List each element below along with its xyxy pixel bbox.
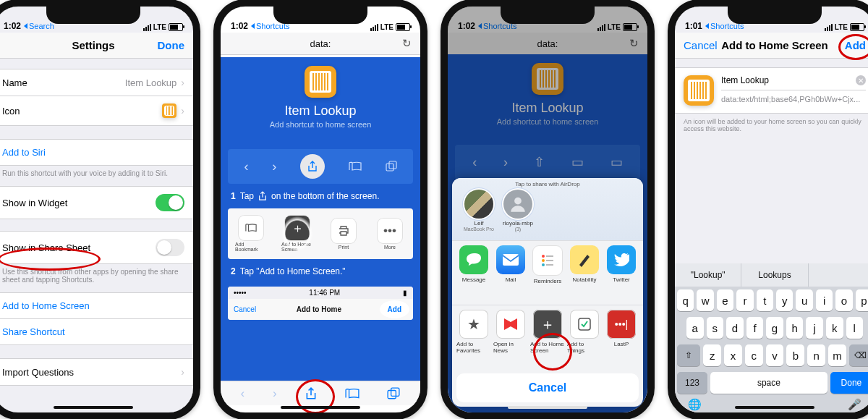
key-row-3: ⇧ z x c v b n m ⌫ (675, 342, 868, 369)
key-x[interactable]: x (724, 344, 742, 366)
suggestion-bar[interactable]: "Lookup" Lookups (675, 263, 868, 287)
cell-label: Icon (2, 106, 20, 117)
key-o[interactable]: o (835, 289, 852, 311)
key-e[interactable]: e (717, 289, 733, 311)
key-123[interactable]: 123 (677, 372, 707, 394)
toggle-sharesheet[interactable] (156, 239, 184, 256)
key-g[interactable]: g (766, 317, 783, 339)
key-t[interactable]: t (757, 289, 773, 311)
cancel-button[interactable]: Cancel (456, 373, 639, 402)
battery-icon (169, 23, 183, 31)
app-reminders[interactable]: Reminders (530, 245, 565, 300)
key-w[interactable]: w (697, 289, 713, 311)
key-c[interactable]: c (745, 344, 763, 366)
key-l[interactable]: l (846, 317, 864, 339)
cell-add-to-home[interactable]: Add to Home Screen (0, 292, 193, 319)
key-space[interactable]: space (710, 372, 827, 394)
svg-rect-0 (386, 164, 393, 171)
app-title: Item Lookup (221, 103, 420, 119)
key-row-1: q w e r t y u i o p (675, 287, 868, 314)
action-favorites[interactable]: ★Add to Favorites (456, 310, 491, 365)
app-message[interactable]: Message (456, 245, 491, 300)
cell-icon[interactable]: Icon › (0, 96, 193, 126)
plus-icon: ＋ (285, 216, 310, 240)
actions-row: ★Add to Favorites Open in News ＋Add to H… (452, 305, 643, 369)
done-button[interactable]: Done (158, 39, 185, 51)
svg-point-4 (514, 198, 522, 205)
key-s[interactable]: s (707, 317, 724, 339)
key-r[interactable]: r (736, 289, 753, 311)
key-backspace[interactable]: ⌫ (849, 344, 868, 366)
key-u[interactable]: u (796, 289, 812, 311)
airdrop-person-generic[interactable]: rloyola-mbp(3) (503, 190, 533, 232)
add-button[interactable]: Add (845, 39, 866, 51)
app-twitter[interactable]: Twitter (604, 245, 639, 300)
tabs-button[interactable] (387, 387, 400, 400)
itemlookup-icon (162, 103, 176, 118)
phone-share-sheet: 1:02 Shortcuts LTE data: ↻ Item Lookup A… (441, 0, 655, 419)
battery-icon (396, 23, 410, 31)
cell-show-in-sharesheet[interactable]: Show in Share Sheet (0, 231, 193, 264)
svg-rect-3 (391, 388, 399, 396)
cell-import-questions[interactable]: Import Questions › (0, 358, 193, 386)
key-i[interactable]: i (816, 289, 833, 311)
key-q[interactable]: q (677, 289, 694, 311)
svg-point-7 (542, 259, 545, 262)
clock: 1:02 (231, 21, 248, 31)
clock: 1:01 (685, 21, 702, 31)
key-k[interactable]: k (826, 317, 843, 339)
phone-settings: 1:02 Search LTE Settings Done Name Item … (0, 0, 200, 419)
suggestion[interactable]: Lookups (741, 263, 807, 287)
note-siri: Run this shortcut with your voice by add… (0, 166, 193, 186)
key-y[interactable]: y (776, 289, 793, 311)
airdrop-hint: Tap to share with AirDrop (452, 181, 643, 187)
chevron-icon: › (181, 77, 184, 88)
key-f[interactable]: f (746, 317, 764, 339)
action-lastpass[interactable]: •••|LastP (604, 310, 639, 365)
clear-icon[interactable]: ✕ (856, 75, 866, 85)
tabs-icon (386, 161, 397, 172)
instruction-row-sharesheet: Add Bookmark ＋Add to Home Screen Print •… (228, 208, 413, 259)
key-a[interactable]: a (686, 317, 704, 339)
itemlookup-icon (684, 75, 714, 106)
mic-icon[interactable]: 🎤 (848, 398, 861, 411)
key-m[interactable]: m (828, 344, 846, 366)
key-done[interactable]: Done (830, 372, 868, 394)
key-z[interactable]: z (703, 344, 721, 366)
cell-share-shortcut[interactable]: Share Shortcut (0, 319, 193, 345)
news-icon (496, 310, 525, 339)
keyboard[interactable]: "Lookup" Lookups q w e r t y u i o p a s… (675, 263, 868, 412)
cell-name[interactable]: Name Item Lookup › (0, 69, 193, 96)
share-button[interactable] (305, 387, 317, 400)
reload-icon[interactable]: ↻ (402, 37, 412, 50)
toggle-widget[interactable] (156, 194, 184, 211)
app-notability[interactable]: Notability (567, 245, 602, 300)
key-h[interactable]: h (786, 317, 804, 339)
demo-cancel: Cancel (234, 305, 256, 313)
cancel-button[interactable]: Cancel (684, 39, 718, 51)
action-add-to-home[interactable]: ＋Add to Home Screen (530, 310, 565, 365)
key-shift[interactable]: ⇧ (677, 344, 700, 366)
back-icon: ‹ (240, 386, 244, 401)
key-d[interactable]: d (726, 317, 744, 339)
key-row-2: a s d f g h j k l (675, 314, 868, 342)
globe-icon[interactable]: 🌐 (688, 398, 702, 411)
key-v[interactable]: v (766, 344, 784, 366)
cell-add-to-siri[interactable]: Add to Siri (0, 139, 193, 166)
airdrop-person-leif[interactable]: LeifMacBook Pro (464, 190, 494, 232)
cell-show-in-widget[interactable]: Show in Widget (0, 186, 193, 219)
suggestion[interactable]: "Lookup" (675, 263, 741, 287)
key-p[interactable]: p (856, 289, 868, 311)
action-things[interactable]: Add to Things (567, 310, 602, 365)
safari-addressbar[interactable]: data: ↻ (221, 33, 420, 55)
apps-row: Message Mail Reminders Notability Twitte… (452, 240, 643, 305)
key-n[interactable]: n (807, 344, 825, 366)
key-j[interactable]: j (806, 317, 823, 339)
action-news[interactable]: Open in News (493, 310, 528, 365)
suggestion[interactable] (808, 263, 868, 287)
app-mail[interactable]: Mail (493, 245, 528, 300)
bookmarks-button[interactable] (345, 388, 359, 399)
name-input[interactable]: Item Lookup (721, 75, 769, 85)
breadcrumb-back[interactable]: Search (24, 22, 54, 30)
key-b[interactable]: b (786, 344, 804, 366)
